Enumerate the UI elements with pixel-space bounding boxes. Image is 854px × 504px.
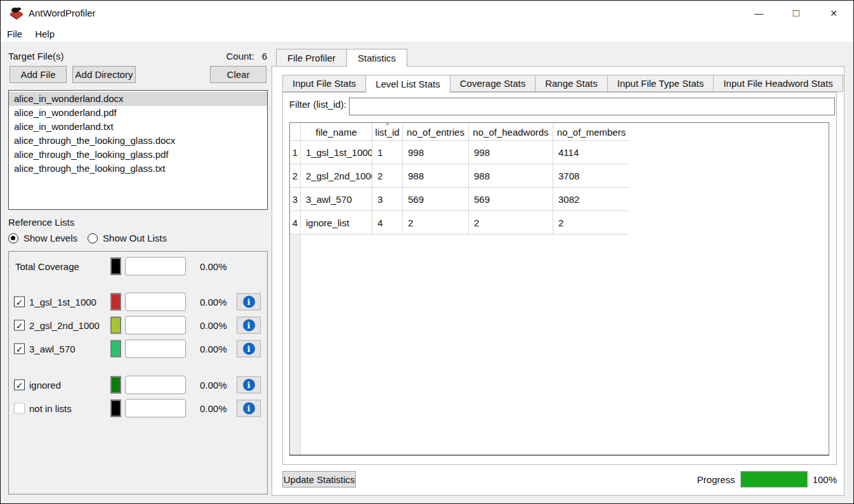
info-button[interactable]: i xyxy=(237,340,261,358)
reference-list-label: ignored xyxy=(29,380,61,391)
checkbox[interactable]: ✓ xyxy=(14,403,25,414)
info-icon: i xyxy=(243,343,255,355)
app-window: AntWordProfiler — □ ✕ File Help Target F… xyxy=(0,0,854,504)
file-list-item[interactable]: alice_in_wonderland.docx xyxy=(9,92,267,106)
menu-help[interactable]: Help xyxy=(29,26,61,42)
file-list-item[interactable]: alice_in_wonderland.pdf xyxy=(9,106,267,120)
filter-input[interactable] xyxy=(349,98,835,115)
window-title: AntWordProfiler xyxy=(29,8,96,18)
row-number: 4 xyxy=(290,211,301,235)
total-coverage-label: Total Coverage xyxy=(15,261,79,272)
reference-lists-mode: Show Levels Show Out Lists xyxy=(8,233,167,243)
row-number: 3 xyxy=(290,188,301,211)
column-header-no-of-entries[interactable]: no_of_entries xyxy=(403,123,469,141)
reference-list-row: ✓ 2_gsl_2nd_1000 0.00% i xyxy=(9,316,267,335)
cell-no-of-entries: 2 xyxy=(403,211,469,235)
radio-show-levels[interactable]: Show Levels xyxy=(8,233,77,243)
file-list-item[interactable]: alice_through_the_looking_glass.pdf xyxy=(9,148,267,162)
table-row[interactable]: 2 2_gsl_2nd_1000 2 988 988 3708 xyxy=(290,164,829,188)
color-swatch[interactable] xyxy=(110,340,121,358)
checkbox[interactable]: ✓ xyxy=(14,380,25,391)
coverage-bar-field xyxy=(125,376,186,394)
clear-button[interactable]: Clear xyxy=(210,66,266,83)
color-swatch[interactable] xyxy=(110,400,121,417)
subtab-input-file-headword-stats[interactable]: Input File Headword Stats xyxy=(713,75,843,92)
tab-file-profiler[interactable]: File Profiler xyxy=(276,49,346,67)
level-list-table[interactable]: file_name ^ list_id no_of_entries no_of_… xyxy=(289,122,829,456)
checkbox[interactable]: ✓ xyxy=(14,320,25,331)
subtab-coverage-stats[interactable]: Coverage Stats xyxy=(450,75,535,92)
update-statistics-button[interactable]: Update Statistics xyxy=(282,471,356,488)
reference-list-label: 2_gsl_2nd_1000 xyxy=(29,320,100,331)
cell-file-name: 1_gsl_1st_1000 xyxy=(301,141,372,164)
reference-list-row: ✓ not in lists 0.00% i xyxy=(9,399,267,418)
radio-show-out-lists[interactable]: Show Out Lists xyxy=(88,233,167,243)
info-icon: i xyxy=(243,320,255,332)
app-icon xyxy=(9,6,24,20)
progress-bar xyxy=(740,471,808,488)
subtab-input-file-stats[interactable]: Input File Stats xyxy=(282,75,365,92)
info-button[interactable]: i xyxy=(237,294,261,311)
file-list-item[interactable]: alice_through_the_looking_glass.txt xyxy=(9,162,267,176)
radio-button-icon xyxy=(8,233,18,243)
info-button[interactable]: i xyxy=(237,400,261,417)
title-bar: AntWordProfiler — □ ✕ xyxy=(1,1,853,26)
table-row[interactable]: 1 1_gsl_1st_1000 1 998 998 4114 xyxy=(290,141,829,164)
table-row[interactable]: 3 3_awl_570 3 569 569 3082 xyxy=(290,188,829,211)
subtab-input-file-type-stats[interactable]: Input File Type Stats xyxy=(607,75,713,92)
subtab-level-list-stats[interactable]: Level List Stats xyxy=(365,75,450,93)
checkbox[interactable]: ✓ xyxy=(14,344,25,354)
maximize-button[interactable]: □ xyxy=(782,1,811,26)
cell-no-of-entries: 569 xyxy=(403,188,469,211)
cell-list-id: 2 xyxy=(372,164,403,188)
cell-no-of-members: 2 xyxy=(553,211,629,235)
statistics-panel: Input File Stats Level List Stats Covera… xyxy=(272,66,844,496)
column-header-file-name[interactable]: file_name xyxy=(301,123,372,141)
info-icon: i xyxy=(243,403,255,415)
reference-lists-label: Reference Lists xyxy=(8,217,74,228)
file-list-item[interactable]: alice_through_the_looking_glass.docx xyxy=(9,134,267,148)
reference-list-label: 3_awl_570 xyxy=(29,344,76,354)
add-directory-button[interactable]: Add Directory xyxy=(72,66,136,83)
stats-subtab-bar: Input File Stats Level List Stats Covera… xyxy=(282,75,843,93)
cell-list-id: 4 xyxy=(372,211,403,235)
info-button[interactable]: i xyxy=(237,317,261,334)
column-header-list-id[interactable]: ^ list_id xyxy=(372,123,403,141)
menu-file[interactable]: File xyxy=(1,26,29,42)
radio-button-icon xyxy=(88,233,98,243)
info-icon: i xyxy=(243,379,255,391)
column-header-no-of-headwords[interactable]: no_of_headwords xyxy=(469,123,553,141)
menu-bar: File Help xyxy=(1,26,853,42)
info-icon: i xyxy=(243,296,255,308)
window-controls: — □ ✕ xyxy=(744,1,848,26)
table-row[interactable]: 4 ignore_list 4 2 2 2 xyxy=(290,211,829,235)
subtab-range-stats[interactable]: Range Stats xyxy=(535,75,607,92)
count-value: 6 xyxy=(262,51,267,61)
radio-show-out-lists-label: Show Out Lists xyxy=(103,233,167,243)
progress-label: Progress xyxy=(697,474,735,485)
radio-show-levels-label: Show Levels xyxy=(23,233,77,243)
checkbox[interactable]: ✓ xyxy=(14,297,25,307)
filter-label: Filter (list_id): xyxy=(289,99,346,110)
tab-statistics[interactable]: Statistics xyxy=(346,49,407,67)
add-file-button[interactable]: Add File xyxy=(10,66,67,83)
cell-list-id: 3 xyxy=(372,188,403,211)
info-button[interactable]: i xyxy=(237,377,261,394)
color-swatch[interactable] xyxy=(110,294,121,311)
file-list-item[interactable]: alice_in_wonderland.txt xyxy=(9,120,267,134)
cell-file-name: 2_gsl_2nd_1000 xyxy=(301,164,372,188)
column-header-no-of-members[interactable]: no_of_members xyxy=(553,123,629,141)
cell-no-of-headwords: 2 xyxy=(469,211,553,235)
coverage-percent: 0.00% xyxy=(200,403,227,414)
coverage-percent: 0.00% xyxy=(200,297,227,307)
minimize-button[interactable]: — xyxy=(744,1,773,26)
level-list-stats-page: Filter (list_id): file_name ^ list_id no… xyxy=(282,92,837,465)
target-file-list[interactable]: alice_in_wonderland.docx alice_in_wonder… xyxy=(8,90,268,210)
table-header-row: file_name ^ list_id no_of_entries no_of_… xyxy=(290,123,829,141)
close-button[interactable]: ✕ xyxy=(819,1,848,26)
color-swatch[interactable] xyxy=(110,377,121,394)
cell-file-name: ignore_list xyxy=(301,211,372,235)
color-swatch[interactable] xyxy=(110,317,121,334)
check-icon: ✓ xyxy=(16,297,23,306)
check-icon: ✓ xyxy=(16,344,23,353)
